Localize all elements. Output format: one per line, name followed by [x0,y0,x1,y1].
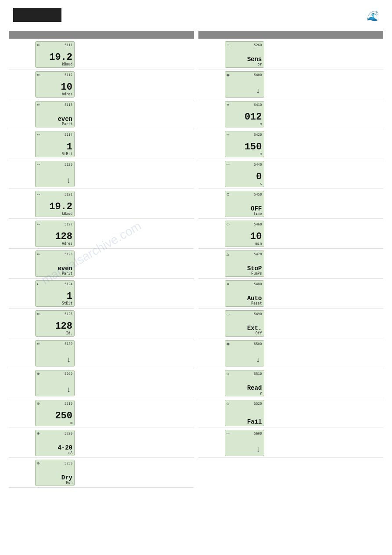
lcd-value: 4-20 [58,445,72,451]
right-col-header [198,31,384,39]
brand-logo: 🌊 [364,8,379,22]
lcd-arrow: ↓ [36,385,72,395]
lcd-display: 5420⇔150m [225,131,264,157]
lcd-code: 5500 [254,342,262,346]
header: 🌊 [0,0,392,26]
lcd-code: 5460 [254,222,262,226]
lcd-display: 5220⊕4-20mA [35,430,75,456]
lcd-value: 0 [256,172,262,182]
lcd-icon: ⇔ [37,252,40,256]
lcd-display: 5112⇔10Adres [35,71,75,98]
lcd-value: 19.2 [49,202,72,212]
lcd-icon: ⇔ [37,103,40,107]
lcd-value: 10 [61,83,72,92]
param-row: 5124♦1StBit [9,279,194,308]
param-row: 5500◉↓ [198,338,384,368]
lcd-display: 5122⇔128Adres [35,221,75,247]
lcd-code: 5123 [65,252,72,256]
lcd-code: 5113 [65,103,72,107]
lcd-unit: kBaud [62,62,72,66]
lcd-unit: s [260,182,262,186]
lcd-code: 5520 [254,402,262,406]
param-row: 5460◌10min [198,219,384,249]
lcd-value: Read [247,385,262,391]
lcd-icon: ◇ [227,402,229,406]
lcd-icon: ⊙ [227,192,230,196]
lcd-value: Sens [247,56,262,62]
lcd-arrow: ↓ [36,176,72,186]
param-row: 5400◉↓ [198,69,384,99]
lcd-unit: mA [68,451,72,455]
lcd-code: 5124 [65,282,72,286]
lcd-value: 19.2 [49,53,72,62]
lcd-display: 5125⇔128Id. [35,310,75,337]
lcd-unit: kBaud [62,212,72,216]
lcd-icon: ⇔ [37,192,40,196]
lcd-code: 5260 [254,43,262,47]
lcd-display: 5120⇔↓ [35,161,75,187]
lcd-icon: ⊕ [227,43,230,47]
param-row: 5600⇔↓ [198,428,384,458]
lcd-value: StoP [247,265,262,272]
param-row: 5112⇔10Adres [9,69,194,99]
lcd-icon: ◉ [227,73,230,77]
lcd-icon: ⇔ [37,312,40,316]
lcd-display: 5450⊙OFFTime [225,191,264,217]
lcd-display: 5520◇Fail [225,400,264,426]
param-row: 5470△StoPPumPs [198,249,384,279]
lcd-code: 5470 [254,252,262,256]
right-column: 5260⊕Sensor5400◉↓5410⇔012m5420⇔150m5440⇔… [198,31,384,488]
lcd-icon: ⊙ [37,402,40,406]
param-row: 5130⇔↓ [9,338,194,368]
lcd-unit: y [260,391,262,395]
lcd-code: 5410 [254,103,262,107]
lcd-arrow: ↓ [226,86,262,96]
param-row: 5510◇Ready [198,368,384,398]
main-content: 5111⇔19.2kBaud5112⇔10Adres5113⇔evenParit… [0,26,392,497]
param-row: 5113⇔evenParit [9,99,194,129]
lcd-display: 5260⊕Sensor [225,41,264,68]
lcd-code: 5440 [254,163,262,167]
lcd-display: 5113⇔evenParit [35,101,75,127]
lcd-display: 5130⇔↓ [35,340,75,366]
lcd-value: 1 [67,142,72,152]
lcd-value: even [58,116,72,122]
lcd-unit: Adres [62,92,72,96]
param-row: 5260⊕Sensor [198,40,384,69]
lcd-code: 5200 [65,372,72,376]
param-row: 5480⇔AutoReset [198,279,384,308]
lcd-unit: Run [66,481,72,485]
lcd-value: Ext. [247,325,262,331]
lcd-arrow: ↓ [226,355,262,365]
param-row: 5490◌Ext.Off [198,308,384,338]
lcd-icon: ⇔ [227,133,230,137]
lcd-icon: ⇔ [227,103,230,107]
lcd-value: 1 [67,292,72,301]
lcd-display: 5600⇔↓ [225,430,264,456]
lcd-icon: ⇔ [227,163,230,167]
lcd-code: 5420 [254,133,262,137]
param-row: 5121⇔19.2kBaud [9,189,194,219]
lcd-unit: PumPs [251,272,262,276]
lcd-display: 5250⊙DryRun [35,460,75,486]
lcd-code: 5120 [65,163,72,167]
lcd-icon: ⇔ [37,163,40,167]
param-row: 5120⇔↓ [9,159,194,189]
lcd-display: 5500◉↓ [225,340,264,366]
lcd-display: 5400◉↓ [225,71,264,98]
lcd-value: 150 [245,142,262,152]
lcd-icon: ⇔ [37,133,40,137]
lcd-display: 5114⇔1StBit [35,131,75,157]
lcd-code: 5510 [254,372,262,376]
lcd-unit: StBit [62,301,72,305]
lcd-unit: Off [255,331,262,335]
brand-wave: 🌊 [367,11,379,22]
lcd-code: 5210 [65,402,72,406]
lcd-code: 5112 [65,73,72,77]
lcd-value: 250 [55,411,72,421]
lcd-display: 5510◇Ready [225,370,264,396]
lcd-icon: ⊕ [37,372,40,376]
lcd-icon: ◌ [227,222,230,226]
lcd-display: 5440⇔0s [225,161,264,187]
lcd-icon: ♦ [37,282,39,286]
